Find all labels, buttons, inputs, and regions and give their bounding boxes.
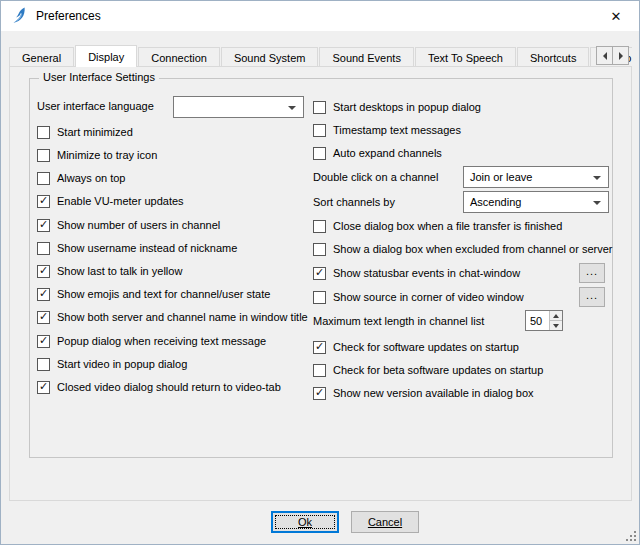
tab-connection[interactable]: Connection xyxy=(138,47,220,67)
checkbox-box[interactable] xyxy=(37,242,50,255)
checkbox-enable-vu-meter[interactable]: ✓ Enable VU-meter updates xyxy=(37,191,184,211)
tab-scroll-left-button[interactable] xyxy=(596,46,613,65)
checkbox-start-desktops-popup[interactable]: Start desktops in popup dialog xyxy=(313,97,481,117)
checkmark-icon: ✓ xyxy=(39,335,48,346)
checkbox-box[interactable]: ✓ xyxy=(37,288,50,301)
ellipsis-icon: ... xyxy=(586,265,598,277)
checkbox-label: Start desktops in popup dialog xyxy=(333,101,481,113)
ok-button[interactable]: Ok xyxy=(271,511,339,533)
double-click-combobox[interactable]: Join or leave xyxy=(463,166,609,188)
language-label: User interface language xyxy=(37,96,154,116)
spin-arrows xyxy=(549,311,562,330)
checkbox-show-new-version[interactable]: ✓ Show new version available in dialog b… xyxy=(313,383,534,403)
tab-text-to-speech[interactable]: Text To Speech xyxy=(415,47,516,67)
checkbox-timestamp-messages[interactable]: Timestamp text messages xyxy=(313,120,461,140)
checkbox-close-on-file-transfer[interactable]: Close dialog box when a file transfer is… xyxy=(313,216,562,236)
checkbox-label: Start minimized xyxy=(57,126,133,138)
tab-shortcuts[interactable]: Shortcuts xyxy=(517,47,589,67)
checkbox-auto-expand-channels[interactable]: Auto expand channels xyxy=(313,143,442,163)
max-text-length-spinner[interactable]: 50 xyxy=(525,310,563,331)
checkbox-start-video-popup[interactable]: Start video in popup dialog xyxy=(37,354,187,374)
close-button[interactable]: ✕ xyxy=(593,1,639,31)
cancel-button[interactable]: Cancel xyxy=(351,511,419,533)
sort-channels-combobox[interactable]: Ascending xyxy=(463,191,609,213)
spin-up-button[interactable] xyxy=(550,311,562,321)
checkmark-icon: ✓ xyxy=(39,219,48,230)
resize-grip[interactable] xyxy=(624,529,637,542)
checkbox-show-window-title[interactable]: ✓ Show both server and channel name in w… xyxy=(37,307,308,327)
checkbox-statusbar-events[interactable]: ✓ Show statusbar events in chat-window xyxy=(313,263,520,283)
checkbox-minimize-to-tray[interactable]: Minimize to tray icon xyxy=(37,145,157,165)
window-title: Preferences xyxy=(36,9,101,23)
left-arrow-icon xyxy=(603,52,607,60)
checkbox-box[interactable] xyxy=(313,220,326,233)
right-arrow-icon xyxy=(619,52,623,60)
tab-scroll-right-button[interactable] xyxy=(612,46,629,65)
checkbox-label: Show statusbar events in chat-window xyxy=(333,267,520,279)
tab-scroll-control xyxy=(597,46,629,65)
checkbox-show-emojis[interactable]: ✓ Show emojis and text for channel/user … xyxy=(37,284,270,304)
checkbox-label: Enable VU-meter updates xyxy=(57,195,184,207)
checkbox-label: Show username instead of nickname xyxy=(57,242,237,254)
checkbox-box[interactable]: ✓ xyxy=(37,311,50,324)
checkbox-label: Close dialog box when a file transfer is… xyxy=(333,220,562,232)
checkbox-box[interactable] xyxy=(37,358,50,371)
double-click-label-text: Double click on a channel xyxy=(313,171,438,183)
checkbox-box[interactable]: ✓ xyxy=(37,219,50,232)
checkbox-video-source-corner[interactable]: Show source in corner of video window xyxy=(313,287,524,307)
checkbox-start-minimized[interactable]: Start minimized xyxy=(37,122,133,142)
checkbox-box[interactable]: ✓ xyxy=(37,335,50,348)
checkbox-label: Show a dialog box when excluded from cha… xyxy=(333,243,612,255)
checkbox-box[interactable] xyxy=(313,243,326,256)
checkmark-icon: ✓ xyxy=(315,267,324,278)
video-source-config-button[interactable]: ... xyxy=(579,287,605,307)
checkmark-icon: ✓ xyxy=(39,195,48,206)
checkbox-show-excluded-dialog[interactable]: Show a dialog box when excluded from cha… xyxy=(313,239,612,259)
checkbox-box[interactable] xyxy=(37,172,50,185)
group-title: User Interface Settings xyxy=(39,71,159,83)
tab-sound-system[interactable]: Sound System xyxy=(221,47,319,67)
checkbox-always-on-top[interactable]: Always on top xyxy=(37,168,125,188)
checkbox-box[interactable]: ✓ xyxy=(37,265,50,278)
checkbox-show-username[interactable]: Show username instead of nickname xyxy=(37,238,237,258)
checkbox-closed-video-return[interactable]: ✓ Closed video dialog should return to v… xyxy=(37,377,281,397)
checkbox-check-beta-updates[interactable]: Check for beta software updates on start… xyxy=(313,360,543,380)
checkbox-popup-text-message[interactable]: ✓ Popup dialog when receiving text messa… xyxy=(37,331,266,351)
combo-value: Ascending xyxy=(470,196,521,208)
checkbox-label: Minimize to tray icon xyxy=(57,149,157,161)
checkbox-box[interactable] xyxy=(313,147,326,160)
tab-general[interactable]: General xyxy=(9,47,74,67)
checkbox-check-updates[interactable]: ✓ Check for software updates on startup xyxy=(313,337,519,357)
chevron-down-icon xyxy=(593,176,601,180)
checkbox-box[interactable] xyxy=(313,101,326,114)
checkbox-box[interactable] xyxy=(313,124,326,137)
checkbox-box[interactable]: ✓ xyxy=(37,195,50,208)
spin-value: 50 xyxy=(526,311,549,330)
sort-channels-label: Sort channels by xyxy=(313,192,395,212)
checkbox-box[interactable]: ✓ xyxy=(313,267,326,280)
checkmark-icon: ✓ xyxy=(39,311,48,322)
checkmark-icon: ✓ xyxy=(39,288,48,299)
sort-channels-label-text: Sort channels by xyxy=(313,196,395,208)
checkmark-icon: ✓ xyxy=(39,265,48,276)
checkbox-show-last-talk[interactable]: ✓ Show last to talk in yellow xyxy=(37,261,182,281)
checkbox-box[interactable]: ✓ xyxy=(313,341,326,354)
tab-display[interactable]: Display xyxy=(75,45,137,67)
checkbox-box[interactable] xyxy=(37,149,50,162)
tab-sound-events[interactable]: Sound Events xyxy=(319,47,414,67)
checkbox-box[interactable] xyxy=(313,291,326,304)
statusbar-events-config-button[interactable]: ... xyxy=(579,263,605,283)
checkbox-label: Show new version available in dialog box xyxy=(333,387,534,399)
language-label-text: User interface language xyxy=(37,100,154,112)
spin-down-button[interactable] xyxy=(550,321,562,330)
checkbox-label: Timestamp text messages xyxy=(333,124,461,136)
double-click-label: Double click on a channel xyxy=(313,167,438,187)
checkbox-box[interactable] xyxy=(313,364,326,377)
checkbox-box[interactable]: ✓ xyxy=(37,381,50,394)
checkbox-label: Closed video dialog should return to vid… xyxy=(57,381,281,393)
language-combobox[interactable] xyxy=(173,96,304,118)
ok-button-label: Ok xyxy=(298,516,312,528)
checkbox-show-user-count[interactable]: ✓ Show number of users in channel xyxy=(37,215,220,235)
checkbox-box[interactable] xyxy=(37,126,50,139)
checkbox-box[interactable]: ✓ xyxy=(313,387,326,400)
